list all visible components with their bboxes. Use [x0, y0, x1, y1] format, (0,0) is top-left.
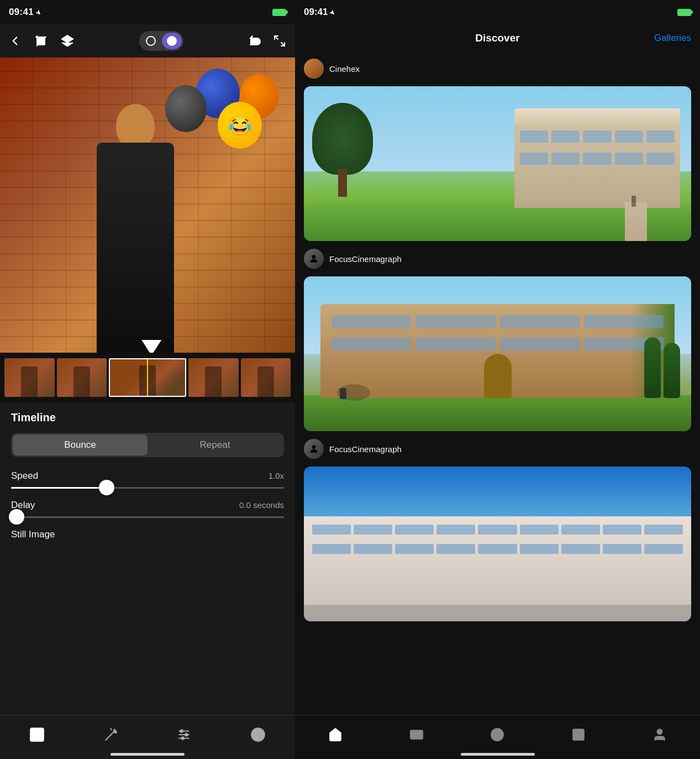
crop-button[interactable] — [34, 34, 48, 48]
window — [561, 544, 600, 554]
content-right[interactable]: Cinehex — [295, 52, 700, 715]
repeat-button[interactable]: Repeat — [148, 435, 282, 456]
svg-point-37 — [576, 731, 577, 733]
window — [644, 525, 683, 535]
toolbar-right-icons — [249, 34, 286, 48]
expand-button[interactable] — [273, 34, 286, 48]
status-bar-left: 09:41 ➤ — [0, 0, 295, 24]
post-image-1[interactable] — [304, 276, 691, 431]
window — [312, 544, 351, 554]
person-body — [97, 143, 174, 353]
mode-dot-button[interactable] — [162, 33, 182, 49]
mode-toggle[interactable] — [139, 31, 183, 51]
frame-thumbnail-1 — [21, 367, 38, 397]
windows-top-row — [312, 525, 683, 535]
svg-point-27 — [182, 737, 184, 739]
username-2: FocusCinemagraph — [329, 444, 402, 454]
film-frame-4[interactable] — [241, 358, 291, 397]
speed-slider-thumb[interactable] — [99, 480, 114, 495]
window — [646, 130, 675, 143]
windows-row-3 — [331, 315, 664, 328]
window — [603, 525, 641, 535]
home-indicator-right — [461, 753, 535, 756]
bounce-button[interactable]: Bounce — [13, 435, 148, 456]
window — [561, 525, 600, 535]
timeline-strip[interactable] — [0, 353, 295, 402]
tab-home[interactable] — [328, 727, 343, 742]
tab-film[interactable] — [29, 727, 45, 742]
film-frame-1[interactable] — [4, 358, 55, 397]
tab-person[interactable] — [652, 727, 667, 742]
svg-point-30 — [256, 733, 259, 736]
svg-rect-33 — [410, 730, 423, 739]
tab-wand[interactable] — [104, 727, 118, 742]
nav-title: Discover — [475, 32, 519, 44]
avatar-image-2 — [304, 439, 324, 459]
film-frame-2[interactable] — [57, 358, 107, 397]
window — [615, 153, 643, 165]
window — [520, 544, 559, 554]
windows-row-1 — [520, 130, 675, 143]
windows-mid-row — [312, 544, 683, 554]
post-image-0[interactable] — [304, 86, 691, 241]
circle-outline-icon — [146, 36, 156, 46]
window — [478, 525, 517, 535]
toolbar-left-icons — [9, 34, 74, 48]
speed-slider-track[interactable] — [11, 487, 284, 489]
circle-filled-icon — [167, 36, 177, 46]
tab-layers[interactable] — [250, 727, 266, 742]
window — [312, 525, 351, 535]
window — [646, 153, 675, 165]
frame-thumbnail-3 — [205, 367, 222, 397]
tab-image[interactable] — [571, 727, 586, 742]
undo-button[interactable] — [249, 34, 262, 48]
svg-line-18 — [106, 731, 114, 740]
layers-button[interactable] — [61, 34, 74, 48]
svg-point-31 — [312, 255, 316, 259]
timeline-section-title: Timeline — [11, 411, 284, 424]
person-lawn-1 — [340, 388, 346, 399]
post-image-2[interactable] — [304, 467, 691, 621]
svg-point-26 — [185, 733, 187, 735]
building-base — [304, 605, 691, 621]
time-right: 09:41 — [304, 7, 328, 18]
user-row-2: FocusCinemagraph — [304, 437, 691, 461]
tab-circle[interactable] — [490, 727, 504, 742]
person-silhouette — [75, 76, 196, 353]
window — [478, 544, 517, 554]
mode-circle-button[interactable] — [141, 33, 161, 49]
battery-icon-right — [677, 9, 691, 16]
svg-rect-0 — [37, 37, 45, 45]
main-building-3 — [304, 516, 691, 621]
nav-bar-right: Discover Galleries — [295, 24, 700, 52]
delay-slider-thumb[interactable] — [9, 509, 24, 525]
status-icons-right — [677, 9, 691, 16]
window — [551, 153, 580, 165]
svg-marker-3 — [62, 35, 73, 43]
svg-point-38 — [657, 729, 662, 734]
building-scene-2 — [304, 276, 691, 431]
frame-thumbnail-4 — [257, 367, 274, 397]
controls-panel: Timeline Bounce Repeat Speed 1.0x Delay … — [0, 402, 295, 715]
film-frame-3[interactable] — [188, 358, 239, 397]
person-head — [116, 104, 155, 148]
cypress-tree-2 — [644, 337, 661, 398]
window — [395, 544, 434, 554]
avatar-2[interactable] — [304, 439, 324, 459]
galleries-button[interactable]: Galleries — [654, 33, 691, 44]
window — [551, 130, 580, 143]
delay-slider-track[interactable] — [11, 516, 284, 518]
window — [331, 315, 411, 328]
bounce-repeat-toggle[interactable]: Bounce Repeat — [11, 433, 284, 457]
window — [395, 525, 434, 535]
avatar-1[interactable] — [304, 249, 324, 269]
back-button[interactable] — [9, 35, 21, 47]
window — [436, 544, 475, 554]
tab-card[interactable] — [409, 727, 424, 742]
battery-icon-left — [272, 9, 286, 16]
tab-sliders[interactable] — [177, 727, 191, 742]
film-frame-active[interactable] — [109, 358, 186, 397]
avatar-0[interactable] — [304, 59, 324, 78]
delay-control: Delay 0.0 seconds — [11, 500, 284, 518]
window — [603, 544, 641, 554]
